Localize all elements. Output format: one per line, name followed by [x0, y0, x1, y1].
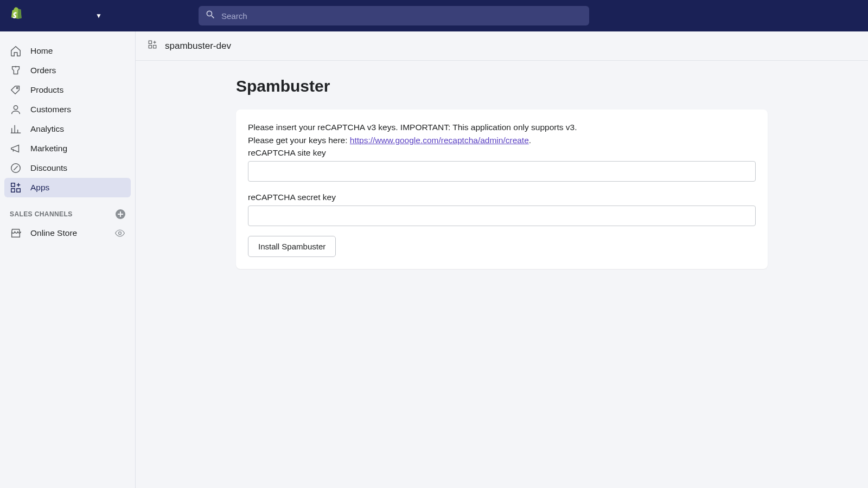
store-icon	[10, 227, 22, 239]
svg-point-1	[14, 106, 17, 110]
marketing-icon	[10, 143, 22, 155]
sidebar-item-label: Marketing	[30, 144, 67, 153]
add-channel-icon[interactable]	[116, 209, 125, 219]
install-button[interactable]: Install Spambuster	[248, 236, 336, 257]
main: spambuster-dev Spambuster Please insert …	[136, 31, 868, 488]
breadcrumb: spambuster-dev	[136, 31, 868, 61]
svg-rect-7	[149, 41, 151, 43]
svg-rect-5	[11, 189, 15, 192]
sidebar: Home Orders Products Customers Analytics…	[0, 31, 136, 488]
topbar: ▼	[0, 0, 868, 31]
apps-breadcrumb-icon	[148, 40, 157, 52]
logo-area: ▼	[9, 7, 117, 25]
sidebar-item-discounts[interactable]: Discounts	[4, 158, 131, 178]
discounts-icon	[10, 162, 22, 174]
sidebar-item-label: Analytics	[30, 124, 64, 134]
home-icon	[10, 45, 22, 57]
settings-card: Please insert your reCAPTCHA v3 keys. IM…	[236, 110, 768, 269]
intro-line-1: Please insert your reCAPTCHA v3 keys. IM…	[248, 121, 756, 133]
sidebar-item-analytics[interactable]: Analytics	[4, 119, 131, 139]
secret-key-label: reCAPTCHA secret key	[248, 192, 756, 202]
search-wrap	[199, 6, 589, 25]
sales-channels-header: SALES CHANNELS	[0, 197, 135, 223]
channel-online-store[interactable]: Online Store	[0, 223, 135, 243]
sidebar-item-label: Discounts	[30, 163, 67, 173]
breadcrumb-app-name: spambuster-dev	[165, 41, 231, 52]
sidebar-item-label: Customers	[30, 105, 71, 114]
site-key-input[interactable]	[248, 161, 756, 182]
sidebar-item-orders[interactable]: Orders	[4, 61, 131, 80]
sidebar-item-customers[interactable]: Customers	[4, 100, 131, 119]
search-icon	[205, 9, 221, 22]
sidebar-item-products[interactable]: Products	[4, 80, 131, 100]
search-input[interactable]	[221, 11, 583, 21]
sidebar-item-label: Products	[30, 85, 63, 95]
svg-point-6	[119, 232, 122, 235]
analytics-icon	[10, 123, 22, 135]
sidebar-item-label: Orders	[30, 66, 56, 75]
orders-icon	[10, 65, 22, 76]
svg-rect-8	[154, 46, 156, 48]
svg-point-0	[16, 87, 18, 89]
page-title: Spambuster	[236, 77, 768, 95]
shopify-logo-icon	[9, 7, 24, 25]
sidebar-item-label: Home	[30, 46, 53, 56]
secret-key-input[interactable]	[248, 206, 756, 226]
search-box[interactable]	[199, 6, 589, 25]
products-icon	[10, 84, 22, 96]
sidebar-item-marketing[interactable]: Marketing	[4, 139, 131, 158]
svg-rect-3	[11, 183, 15, 187]
sidebar-item-label: Apps	[30, 183, 49, 192]
svg-rect-9	[149, 46, 151, 48]
apps-icon	[10, 182, 22, 194]
view-store-icon[interactable]	[114, 228, 125, 239]
intro-prefix: Please get your keys here:	[248, 136, 350, 145]
store-dropdown-caret-icon[interactable]: ▼	[95, 12, 102, 20]
sidebar-item-apps[interactable]: Apps	[4, 178, 131, 197]
site-key-label: reCAPTCHA site key	[248, 148, 756, 158]
customers-icon	[10, 104, 22, 115]
svg-rect-4	[17, 189, 20, 192]
intro-line-2: Please get your keys here: https://www.g…	[248, 134, 756, 146]
sales-channels-label: SALES CHANNELS	[10, 210, 73, 218]
channel-label: Online Store	[30, 228, 77, 238]
sidebar-item-home[interactable]: Home	[4, 41, 131, 61]
recaptcha-admin-link[interactable]: https://www.google.com/recaptcha/admin/c…	[350, 136, 529, 145]
intro-suffix: .	[529, 136, 531, 145]
